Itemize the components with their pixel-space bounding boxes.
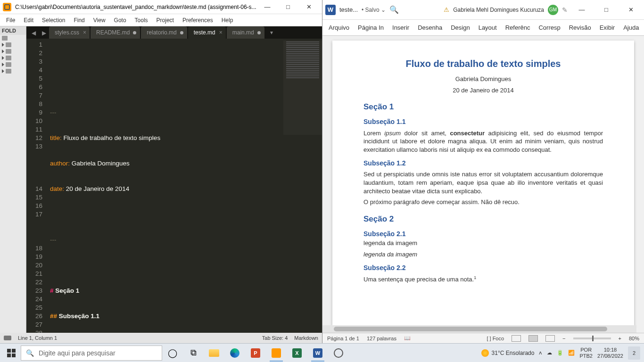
zoom-percent[interactable]: 80% bbox=[629, 336, 639, 341]
tab-readme-md[interactable]: README.md bbox=[91, 26, 140, 39]
ribbon-design[interactable]: Design bbox=[446, 21, 474, 34]
word-taskbar-icon[interactable]: W bbox=[307, 344, 328, 362]
task-view-icon[interactable]: ⧉ bbox=[183, 344, 204, 362]
menu-project[interactable]: Project bbox=[153, 16, 177, 25]
ribbon-ajuda[interactable]: Ajuda bbox=[619, 21, 643, 34]
settings-icon[interactable] bbox=[328, 344, 349, 362]
menu-edit[interactable]: Edit bbox=[20, 16, 37, 25]
folder-node[interactable] bbox=[0, 41, 26, 48]
read-mode-icon[interactable] bbox=[512, 335, 521, 342]
menu-preferences[interactable]: Preferences bbox=[179, 16, 216, 25]
folder-node[interactable] bbox=[0, 48, 26, 55]
language-indicator[interactable]: PORPTB2 bbox=[579, 347, 593, 358]
document-canvas[interactable]: Fluxo de trabalho de texto simples Gabri… bbox=[322, 36, 644, 333]
user-name[interactable]: Gabriela Mehl Domingues Kucuruza bbox=[453, 7, 544, 13]
zoom-in-button[interactable]: + bbox=[619, 336, 621, 341]
edge-icon[interactable] bbox=[224, 344, 245, 362]
vertical-scrollbar[interactable] bbox=[636, 36, 644, 325]
horizontal-scrollbar[interactable] bbox=[322, 325, 636, 333]
menu-find[interactable]: Find bbox=[70, 16, 88, 25]
cursor-position[interactable]: Line 1, Column 1 bbox=[18, 335, 57, 341]
sublime-titlebar[interactable]: C:\Users\gabri\Documents\autoria_sustent… bbox=[0, 0, 322, 14]
menu-view[interactable]: View bbox=[90, 16, 109, 25]
maximize-button[interactable]: □ bbox=[278, 0, 298, 14]
sublime-window: C:\Users\gabri\Documents\autoria_sustent… bbox=[0, 0, 322, 343]
folder-node[interactable] bbox=[0, 55, 26, 61]
word-titlebar[interactable]: W teste... • Salvo⌄ 🔍 ⚠ Gabriela Mehl Do… bbox=[322, 0, 644, 20]
warning-icon[interactable]: ⚠ bbox=[444, 6, 449, 13]
word-statusbar: Página 1 de 1 127 palavras 📖 [ ] Foco − … bbox=[322, 333, 644, 343]
sublime-statusbar: Line 1, Column 1 Tab Size: 4 Markdown bbox=[0, 333, 322, 343]
spellcheck-icon[interactable]: 📖 bbox=[404, 335, 411, 341]
minimize-button[interactable]: ― bbox=[257, 0, 278, 14]
document-name[interactable]: teste... bbox=[339, 6, 358, 13]
powerpoint-icon[interactable]: P bbox=[245, 344, 266, 362]
minimap[interactable] bbox=[283, 41, 322, 135]
ribbon-revisao[interactable]: Revisão bbox=[565, 21, 595, 34]
maximize-button[interactable]: □ bbox=[596, 3, 617, 17]
ribbon-pagina-inicial[interactable]: Página In bbox=[354, 21, 388, 34]
ribbon-desenhar[interactable]: Desenha bbox=[413, 21, 446, 34]
save-status[interactable]: • Salvo⌄ bbox=[362, 7, 386, 13]
web-layout-icon[interactable] bbox=[545, 335, 555, 342]
editor-area[interactable]: 1 2 3 4 5 6 7 8 910111213 14151617 18192… bbox=[26, 39, 322, 333]
zoom-out-button[interactable]: − bbox=[562, 336, 565, 341]
menu-selection[interactable]: Selection bbox=[39, 16, 68, 25]
ribbon-arquivo[interactable]: Arquivo bbox=[324, 21, 354, 34]
onedrive-icon[interactable]: ☁ bbox=[547, 350, 552, 356]
ribbon-correspondencias[interactable]: Corresp bbox=[534, 21, 564, 34]
user-avatar[interactable]: GM bbox=[548, 5, 558, 15]
tab-overflow-button[interactable]: ▾ bbox=[265, 26, 278, 39]
panel-toggle-icon[interactable] bbox=[4, 336, 11, 340]
battery-icon[interactable]: 🔋 bbox=[557, 350, 563, 356]
file-explorer-icon[interactable] bbox=[204, 344, 224, 362]
taskbar-search[interactable]: 🔍 Digite aqui para pesquisar bbox=[21, 346, 162, 361]
excel-icon[interactable]: X bbox=[287, 344, 307, 362]
paragraph: O próximo parágrafo deve começar assim. … bbox=[363, 198, 603, 206]
tab-styles-css[interactable]: styles.css× bbox=[49, 26, 90, 39]
ribbon-layout[interactable]: Layout bbox=[474, 21, 501, 34]
tray-chevron-icon[interactable]: ʌ bbox=[539, 350, 542, 356]
close-icon[interactable]: × bbox=[219, 29, 223, 36]
folder-node[interactable] bbox=[0, 61, 26, 68]
page[interactable]: Fluxo de trabalho de texto simples Gabri… bbox=[332, 41, 634, 326]
close-button[interactable]: ✕ bbox=[620, 3, 641, 17]
ribbon-exibir[interactable]: Exibir bbox=[595, 21, 619, 34]
search-button[interactable]: 🔍 bbox=[389, 5, 399, 15]
ribbon-inserir[interactable]: Inserir bbox=[388, 21, 413, 34]
tab-teste-md[interactable]: teste.md× bbox=[188, 26, 226, 39]
weather-widget[interactable]: 31°C Ensolarado bbox=[481, 349, 535, 357]
page-indicator[interactable]: Página 1 de 1 bbox=[327, 336, 359, 341]
tab-relatorio-md[interactable]: relatorio.md bbox=[141, 26, 187, 39]
sublime-taskbar-icon[interactable] bbox=[266, 344, 287, 362]
pen-icon[interactable]: ✎ bbox=[562, 6, 568, 14]
folder-sidebar[interactable]: FOLD bbox=[0, 26, 26, 333]
clock[interactable]: 10:1827/08/2022 bbox=[597, 347, 623, 358]
cortana-icon[interactable]: ◯ bbox=[162, 344, 183, 362]
minimize-button[interactable]: ― bbox=[571, 3, 592, 17]
tab-next-button[interactable]: ▶ bbox=[39, 27, 49, 39]
close-button[interactable]: ✕ bbox=[298, 0, 319, 14]
print-layout-icon[interactable] bbox=[528, 335, 538, 342]
wifi-icon[interactable]: 📶 bbox=[568, 350, 575, 356]
notification-center[interactable]: 2 bbox=[628, 346, 640, 360]
ribbon-referencias[interactable]: Referênc bbox=[501, 21, 535, 34]
close-icon[interactable]: × bbox=[83, 29, 86, 36]
menu-goto[interactable]: Goto bbox=[111, 16, 130, 25]
word-count[interactable]: 127 palavras bbox=[367, 336, 396, 341]
scrollbar-thumb[interactable] bbox=[334, 327, 607, 331]
tab-prev-button[interactable]: ◀ bbox=[28, 27, 39, 39]
menu-file[interactable]: File bbox=[3, 16, 18, 25]
ribbon-tabs: Arquivo Página In Inserir Desenha Design… bbox=[322, 20, 644, 36]
code-content[interactable]: --- title: Fluxo de trabalho de texto si… bbox=[47, 39, 322, 333]
syntax-mode[interactable]: Markdown bbox=[294, 335, 318, 341]
tab-main-md[interactable]: main.md bbox=[227, 26, 264, 39]
start-button[interactable] bbox=[2, 344, 21, 362]
folder-node[interactable] bbox=[0, 68, 26, 74]
tab-size[interactable]: Tab Size: 4 bbox=[262, 335, 288, 341]
zoom-slider[interactable] bbox=[573, 337, 611, 339]
menu-tools[interactable]: Tools bbox=[132, 16, 151, 25]
folder-node[interactable] bbox=[0, 35, 26, 41]
menu-help[interactable]: Help bbox=[218, 16, 237, 25]
focus-mode[interactable]: [ ] Foco bbox=[487, 336, 504, 341]
